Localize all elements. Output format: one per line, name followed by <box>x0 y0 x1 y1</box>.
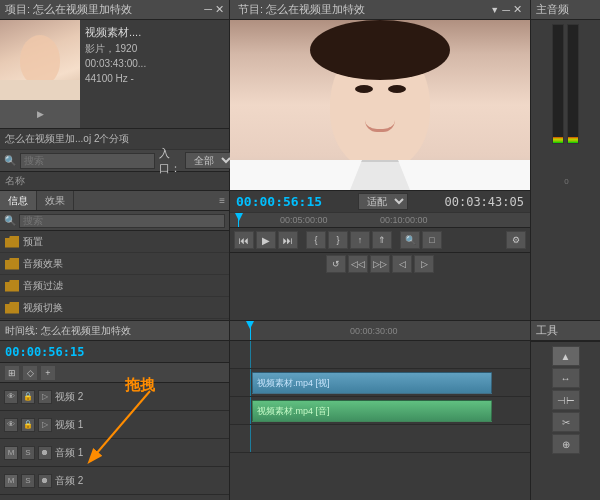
lift-btn[interactable]: ↑ <box>350 231 370 249</box>
track-mute-btn-a1[interactable]: M <box>4 446 18 460</box>
tl-playhead-head <box>246 321 254 329</box>
step-fwd-btn[interactable]: ⏭ <box>278 231 298 249</box>
track-rec-btn-a1[interactable]: ⏺ <box>38 446 52 460</box>
mark-out-btn[interactable]: } <box>328 231 348 249</box>
close-icon[interactable]: ✕ <box>215 3 224 16</box>
minimize-icon[interactable]: ─ <box>204 3 212 16</box>
project-search-input[interactable] <box>20 153 155 169</box>
preview-ruler: 00:05:00:00 00:10:00:00 <box>230 212 530 228</box>
audio-meter-area: 0 <box>531 20 600 190</box>
razor-tool-btn[interactable]: ✂ <box>552 412 580 432</box>
track-solo-btn-a1[interactable]: S <box>21 446 35 460</box>
current-time-display: 00:00:56:15 <box>236 194 322 209</box>
track-lock-btn-v1[interactable]: 🔒 <box>21 418 35 432</box>
panel-menu-icon[interactable]: ≡ <box>219 195 225 206</box>
filter-label: 入口： <box>159 146 181 176</box>
track-eye-btn-v1[interactable]: 👁 <box>4 418 18 432</box>
settings-btn[interactable]: ⚙ <box>506 231 526 249</box>
track-lock-btn-v2[interactable]: 🔒 <box>21 390 35 404</box>
category-video-transitions[interactable]: 视频切换 <box>0 297 229 319</box>
meter-bar-left <box>552 24 564 144</box>
info-tab[interactable]: 信息 <box>0 191 37 210</box>
audio-clip-label: 视频素材.mp4 [音] <box>257 405 330 418</box>
timeline-content-area: 00:00:30:00 视频素材.mp4 [视] <box>230 321 530 500</box>
track-playhead-v2 <box>250 341 251 368</box>
tl-snap-btn[interactable]: ⊞ <box>4 365 20 381</box>
project-file-info: 视频素材.... 影片，1920 00:03:43:00... 44100 Hz… <box>80 20 151 128</box>
ruler-mark-2: 00:10:00:00 <box>380 215 428 225</box>
effects-category-list: 预置 音频效果 音频过滤 视频切换 <box>0 231 229 320</box>
category-audio-filter[interactable]: 音频过滤 <box>0 275 229 297</box>
slow-back-btn[interactable]: ◁ <box>392 255 412 273</box>
track-eye-btn-v2[interactable]: 👁 <box>4 390 18 404</box>
meter-bar-right <box>567 24 579 144</box>
track-row-audio1[interactable]: 视频素材.mp4 [音] <box>230 397 530 425</box>
video-preview-area <box>230 20 530 190</box>
preview-panel-header: 节目: 怎么在视频里加特效 ▼ ─ ✕ <box>230 0 530 20</box>
zoom-tl-btn[interactable]: ⊕ <box>552 434 580 454</box>
category-audio-effects-label: 音频效果 <box>23 257 63 271</box>
track-row-video1[interactable]: 视频素材.mp4 [视] <box>230 369 530 397</box>
move-tool-btn[interactable]: ↔ <box>552 368 580 388</box>
search-icon: 🔍 <box>4 155 16 166</box>
loop-btn[interactable]: ↺ <box>326 255 346 273</box>
total-time-display: 00:03:43:05 <box>445 195 524 209</box>
jog-left-btn[interactable]: ◁◁ <box>348 255 368 273</box>
tl-marker-btn[interactable]: ◇ <box>22 365 38 381</box>
folder-icon-audio-filter <box>5 280 19 292</box>
track-rec-btn-a2[interactable]: ⏺ <box>38 474 52 488</box>
timeline-header: 时间线: 怎么在视频里加特效 <box>0 321 229 341</box>
zoom-btn[interactable]: 🔍 <box>400 231 420 249</box>
safe-frame-btn[interactable]: □ <box>422 231 442 249</box>
track-arrow-btn-v1[interactable]: ▷ <box>38 418 52 432</box>
select-tool-btn[interactable]: ▲ <box>552 346 580 366</box>
track-v2-label: 视频 2 <box>55 390 225 404</box>
track-label-video2: 👁 🔒 ▷ 视频 2 <box>0 383 229 411</box>
project-panel-header: 项目: 怎么在视频里加特效 ─ ✕ <box>0 0 229 20</box>
dropdown-icon[interactable]: ▼ <box>490 5 499 15</box>
effects-tab[interactable]: 效果 <box>37 191 74 210</box>
track-a1-label: 音频 1 <box>55 446 225 460</box>
track-arrow-btn-v2[interactable]: ▷ <box>38 390 52 404</box>
close-preview-icon[interactable]: ✕ <box>513 3 522 16</box>
playhead <box>238 213 239 227</box>
project-title: 项目: 怎么在视频里加特效 <box>5 2 132 17</box>
track-mute-btn-a2[interactable]: M <box>4 474 18 488</box>
audio-meter-header: 主音频 <box>531 0 600 20</box>
track-label-audio1: M S ⏺ 音频 1 <box>0 439 229 467</box>
meter-fill-left <box>553 137 563 143</box>
category-audio-effects[interactable]: 音频效果 <box>0 253 229 275</box>
step-back-btn[interactable]: ⏮ <box>234 231 254 249</box>
ruler-mark-1: 00:05:00:00 <box>280 215 328 225</box>
audio-clip-a1[interactable]: 视频素材.mp4 [音] <box>252 400 492 422</box>
track-label-audio2: M S ⏺ 音频 2 <box>0 467 229 495</box>
timeline-current-time: 00:00:56:15 <box>5 345 84 359</box>
tools-label: 工具 <box>536 323 558 338</box>
folder-icon-audio-effects <box>5 258 19 270</box>
video-clip-v1[interactable]: 视频素材.mp4 [视] <box>252 372 492 394</box>
slow-fwd-btn[interactable]: ▷ <box>414 255 434 273</box>
tools-header: 工具 <box>531 321 600 341</box>
mark-in-btn[interactable]: { <box>306 231 326 249</box>
filter-dropdown[interactable]: 全部 <box>185 152 235 169</box>
fit-dropdown[interactable]: 适配 <box>358 193 408 210</box>
track-v1-label: 视频 1 <box>55 418 225 432</box>
effects-search-input[interactable] <box>19 214 225 228</box>
effects-search-icon: 🔍 <box>4 215 16 226</box>
tl-add-btn[interactable]: + <box>40 365 56 381</box>
category-video-transitions-label: 视频切换 <box>23 301 63 315</box>
folder-icon-presets <box>5 236 19 248</box>
thumbnail-type: ▶ <box>37 109 44 119</box>
category-presets[interactable]: 预置 <box>0 231 229 253</box>
trim-tool-btn[interactable]: ⊣⊢ <box>552 390 580 410</box>
video-clip-label: 视频素材.mp4 [视] <box>257 377 330 390</box>
category-presets-label: 预置 <box>23 235 43 249</box>
tools-section: ▲ ↔ ⊣⊢ ✂ ⊕ <box>531 341 600 500</box>
extract-btn[interactable]: ⇑ <box>372 231 392 249</box>
tl-playhead <box>250 321 251 340</box>
play-btn[interactable]: ▶ <box>256 231 276 249</box>
tl-ruler-mark: 00:00:30:00 <box>350 326 398 336</box>
minimize-preview-icon[interactable]: ─ <box>502 4 510 16</box>
track-solo-btn-a2[interactable]: S <box>21 474 35 488</box>
jog-right-btn[interactable]: ▷▷ <box>370 255 390 273</box>
